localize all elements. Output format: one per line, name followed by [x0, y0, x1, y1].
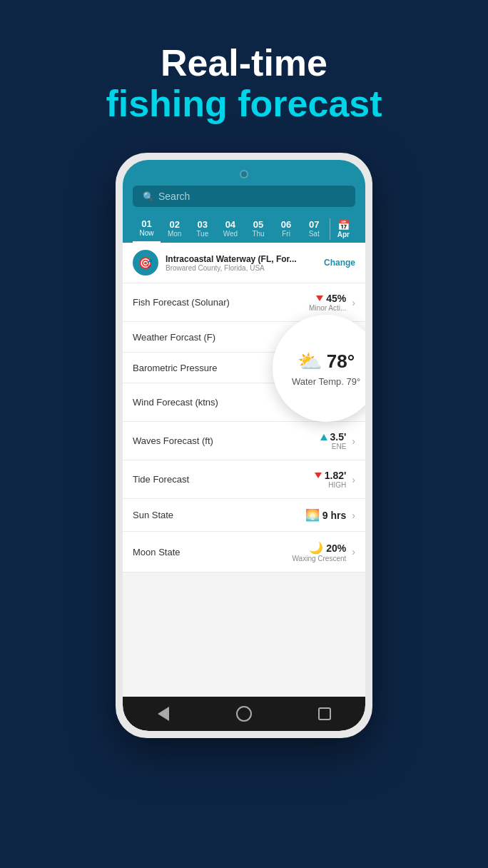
tide-forecast-value-main: 1.82': [315, 470, 347, 481]
headline-line2: fishing forecast: [0, 84, 488, 124]
moon-state-value-main: 🌙 20%: [309, 541, 346, 555]
waves-forecast-sub: ENE: [332, 443, 347, 450]
location-icon-circle: 🎯: [133, 250, 158, 276]
wind-forecast-label: Wind Forecast (ktns): [133, 397, 302, 408]
phone-screen: 🔍 Search 01 Now 02 Mon 03 Tue 04: [123, 160, 365, 731]
moon-state-label: Moon State: [133, 547, 293, 557]
moon-arrow-right-icon: ›: [352, 546, 355, 557]
waves-forecast-row[interactable]: Waves Forecast (ft) 3.5' ENE ›: [123, 422, 365, 460]
tooltip-weather-icon: ⛅: [298, 350, 322, 373]
headline-section: Real-time fishing forecast: [0, 43, 488, 124]
moon-icon: 🌙: [309, 541, 323, 555]
sun-state-label: Sun State: [133, 510, 305, 520]
location-info: Intracoastal Waterway (FL, For... Browar…: [166, 254, 324, 272]
sun-state-value-block: 🌅 9 hrs: [305, 508, 346, 522]
fish-forecast-sub: Minor Acti...: [309, 304, 346, 312]
tide-forecast-sub: HIGH: [328, 481, 346, 489]
phone-bottom-bar: [123, 697, 365, 731]
waves-arrow-right-icon: ›: [352, 435, 355, 447]
nav-back-button[interactable]: [153, 704, 173, 724]
tide-forecast-val: 1.82': [325, 470, 347, 481]
sun-state-val: 9 hrs: [322, 510, 346, 521]
nav-back-icon: [158, 707, 169, 721]
nav-home-icon: [236, 706, 252, 722]
calendar-icon: 📅: [337, 219, 350, 231]
change-location-button[interactable]: Change: [324, 258, 355, 268]
search-icon: 🔍: [143, 191, 154, 202]
tide-forecast-value-block: 1.82' HIGH: [315, 470, 347, 489]
tooltip-water-temp: Water Temp. 79°: [292, 376, 360, 387]
date-tab-02[interactable]: 02 Mon: [161, 216, 188, 242]
location-name: Intracoastal Waterway (FL, For...: [166, 254, 324, 264]
moon-state-val: 20%: [326, 542, 346, 554]
search-bar[interactable]: 🔍 Search: [133, 186, 355, 207]
date-tab-05[interactable]: 05 Thu: [244, 216, 272, 242]
fish-forecast-val: 45%: [326, 293, 346, 304]
fish-forecast-value-block: 45% Minor Acti...: [309, 293, 346, 312]
weather-forecast-row[interactable]: Weather Forcast (F) Water... › ⛅ 78° Wa: [123, 322, 365, 353]
headline-line1: Real-time: [0, 43, 488, 84]
forecast-list: Fish Forecast (Solunar) 45% Minor Acti..…: [123, 283, 365, 572]
date-tab-03[interactable]: 03 Tue: [188, 216, 216, 242]
nav-recents-button[interactable]: [315, 704, 335, 724]
fish-forecast-label: Fish Forecast (Solunar): [133, 297, 309, 308]
waves-forecast-value-block: 3.5' ENE: [320, 431, 347, 450]
date-tab-06[interactable]: 06 Fri: [273, 216, 300, 242]
nav-home-button[interactable]: [234, 704, 254, 724]
tide-trend-down-icon: [315, 473, 322, 478]
waves-forecast-label: Waves Forecast (ft): [133, 435, 320, 446]
tooltip-temp-row: ⛅ 78°: [298, 350, 355, 373]
location-row: 🎯 Intracoastal Waterway (FL, For... Brow…: [123, 243, 365, 283]
fish-arrow-right-icon: ›: [352, 297, 355, 308]
sun-icon: 🌅: [305, 508, 320, 522]
camera-notch: [240, 170, 248, 178]
moon-state-sub: Waxing Crescent: [293, 555, 347, 562]
phone-mockup: 🔍 Search 01 Now 02 Mon 03 Tue 04: [116, 153, 372, 738]
tide-arrow-right-icon: ›: [352, 474, 355, 485]
date-tab-04[interactable]: 04 Wed: [216, 216, 244, 242]
date-tab-07[interactable]: 07 Sat: [300, 216, 328, 242]
sun-state-row[interactable]: Sun State 🌅 9 hrs ›: [123, 499, 365, 532]
waves-forecast-val: 3.5': [330, 431, 347, 443]
sun-state-value-main: 🌅 9 hrs: [305, 508, 346, 522]
waves-forecast-value-main: 3.5': [320, 431, 347, 443]
cal-month-label: Apr: [337, 231, 350, 238]
phone-header: 🔍 Search 01 Now 02 Mon 03 Tue 04: [123, 160, 365, 243]
tooltip-temperature: 78°: [327, 350, 355, 373]
fish-forecast-value-main: 45%: [316, 293, 346, 304]
fish-trend-down-icon: [316, 296, 323, 301]
date-divider: [330, 218, 330, 240]
search-label: Search: [158, 191, 190, 202]
phone-body: 🎯 Intracoastal Waterway (FL, For... Brow…: [123, 243, 365, 697]
sun-arrow-right-icon: ›: [352, 510, 355, 521]
calendar-tab[interactable]: 📅 Apr: [332, 216, 355, 243]
location-icon: 🎯: [138, 256, 153, 270]
date-tab-01[interactable]: 01 Now: [133, 216, 161, 243]
waves-trend-up-icon: [320, 434, 327, 440]
location-sub: Browared County, Florida, USA: [166, 264, 324, 272]
moon-state-value-block: 🌙 20% Waxing Crescent: [293, 541, 347, 562]
tide-forecast-label: Tide Forecast: [133, 474, 315, 485]
nav-recents-icon: [318, 707, 331, 720]
moon-state-row[interactable]: Moon State 🌙 20% Waxing Crescent ›: [123, 532, 365, 572]
date-tabs: 01 Now 02 Mon 03 Tue 04 Wed 05 Thu: [133, 214, 355, 243]
tide-forecast-row[interactable]: Tide Forecast 1.82' HIGH ›: [123, 460, 365, 499]
